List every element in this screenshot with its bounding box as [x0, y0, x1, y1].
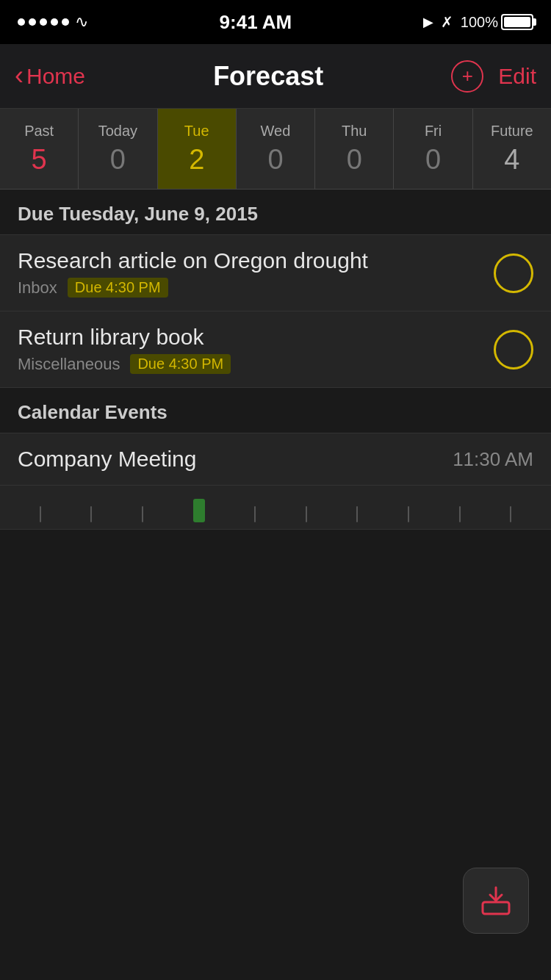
status-bar: ∿ 9:41 AM ▶ ✗ 100%: [0, 0, 551, 44]
day-col-tue[interactable]: Tue 2: [158, 109, 237, 189]
location-icon: ▶: [423, 14, 433, 30]
status-time: 9:41 AM: [220, 11, 292, 34]
day-col-wed[interactable]: Wed 0: [237, 109, 315, 189]
task-complete-btn-2[interactable]: [494, 330, 533, 370]
bluetooth-icon: ✗: [441, 13, 453, 31]
back-button[interactable]: ‹ Home: [15, 64, 85, 89]
event-time-1: 11:30 AM: [453, 448, 533, 471]
tick-9: [510, 506, 511, 522]
task-title-1: Research article on Oregon drought: [18, 248, 494, 273]
tick-6: [356, 506, 358, 522]
day-count-wed: 0: [267, 144, 283, 176]
add-button[interactable]: +: [451, 60, 483, 93]
chevron-left-icon: ‹: [15, 62, 24, 89]
calendar-event-1[interactable]: Company Meeting 11:30 AM: [0, 433, 551, 486]
timeline-ticks: [0, 493, 551, 522]
inbox-icon: [480, 884, 512, 917]
tick-event: [193, 499, 205, 522]
day-col-past[interactable]: Past 5: [0, 109, 79, 189]
task-due-2: Due 4:30 PM: [130, 354, 231, 374]
status-left: ∿: [18, 12, 88, 32]
day-col-future[interactable]: Future 4: [473, 109, 551, 189]
battery-icon: [501, 14, 533, 30]
task-content-1: Research article on Oregon drought Inbox…: [18, 248, 494, 298]
task-meta-2: Miscellaneous Due 4:30 PM: [18, 354, 494, 374]
tick-1: [40, 506, 41, 522]
day-name-future: Future: [491, 123, 533, 140]
task-due-1: Due 4:30 PM: [68, 278, 168, 298]
day-count-thu: 0: [347, 144, 362, 176]
tick-3: [142, 506, 143, 522]
day-name-thu: Thu: [342, 123, 367, 140]
back-label: Home: [26, 64, 85, 89]
day-selector: Past 5 Today 0 Tue 2 Wed 0 Thu 0 Fri 0 F…: [0, 109, 551, 190]
bottom-area: [0, 530, 551, 956]
day-name-today: Today: [98, 123, 137, 140]
task-meta-1: Inbox Due 4:30 PM: [18, 278, 494, 298]
day-count-future: 4: [504, 144, 519, 176]
status-right: ▶ ✗ 100%: [423, 13, 533, 31]
timeline: [0, 486, 551, 530]
tick-5: [306, 506, 307, 522]
day-count-past: 5: [32, 144, 47, 176]
day-col-thu[interactable]: Thu 0: [315, 109, 394, 189]
battery-container: 100%: [461, 14, 533, 31]
dot-2: [29, 18, 36, 26]
dot-4: [51, 18, 58, 26]
due-section-header: Due Tuesday, June 9, 2015: [0, 190, 551, 235]
task-source-1: Inbox: [18, 278, 57, 298]
nav-bar: ‹ Home Forecast + Edit: [0, 44, 551, 109]
task-source-2: Miscellaneous: [18, 355, 120, 374]
tick-4: [254, 506, 256, 522]
day-count-tue: 2: [189, 144, 204, 176]
nav-actions: + Edit: [451, 60, 536, 93]
task-item-2[interactable]: Return library book Miscellaneous Due 4:…: [0, 311, 551, 388]
task-complete-btn-1[interactable]: [494, 253, 533, 293]
battery-fill: [504, 17, 530, 27]
day-name-fri: Fri: [425, 123, 442, 140]
signal-dots: [18, 18, 69, 26]
task-item-1[interactable]: Research article on Oregon drought Inbox…: [0, 235, 551, 311]
task-title-2: Return library book: [18, 325, 494, 350]
day-count-fri: 0: [425, 144, 441, 176]
edit-button[interactable]: Edit: [498, 64, 536, 89]
day-name-tue: Tue: [184, 123, 209, 140]
page-title: Forecast: [213, 61, 323, 92]
dot-3: [40, 18, 47, 26]
dot-5: [62, 18, 69, 26]
tick-2: [90, 506, 92, 522]
task-content-2: Return library book Miscellaneous Due 4:…: [18, 325, 494, 374]
svg-rect-0: [483, 902, 509, 914]
dot-1: [18, 18, 25, 26]
day-col-today[interactable]: Today 0: [79, 109, 157, 189]
event-title-1: Company Meeting: [18, 447, 196, 472]
tick-8: [459, 506, 461, 522]
inbox-button[interactable]: [463, 868, 529, 934]
battery-percentage: 100%: [461, 14, 498, 31]
day-name-wed: Wed: [261, 123, 291, 140]
plus-icon: +: [462, 65, 473, 87]
day-name-past: Past: [24, 123, 54, 140]
tick-7: [408, 506, 409, 522]
calendar-section-header: Calendar Events: [0, 388, 551, 433]
wifi-icon: ∿: [75, 12, 88, 32]
day-count-today: 0: [110, 144, 126, 176]
day-col-fri[interactable]: Fri 0: [394, 109, 472, 189]
